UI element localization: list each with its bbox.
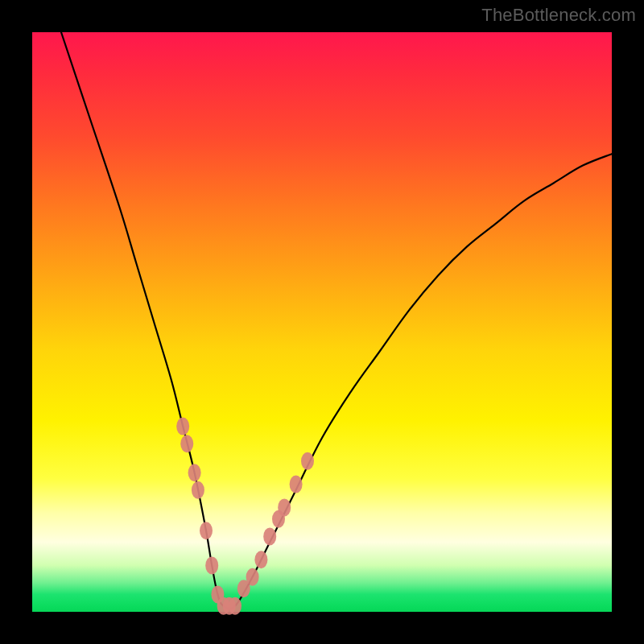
marker-group [176, 418, 314, 615]
marker-point [200, 522, 213, 539]
marker-point [205, 556, 218, 574]
plot-area [32, 32, 612, 612]
marker-point [246, 568, 259, 586]
marker-point [278, 498, 291, 516]
marker-point [290, 476, 303, 493]
watermark-text: TheBottleneck.com [481, 5, 636, 26]
marker-point [263, 527, 276, 545]
marker-point [180, 435, 193, 452]
chart-frame: TheBottleneck.com [0, 0, 644, 644]
bottleneck-curve [61, 32, 612, 609]
marker-point [254, 551, 267, 568]
marker-point [192, 481, 204, 499]
marker-point [301, 452, 314, 470]
marker-point [188, 464, 201, 481]
curve-layer [32, 32, 612, 612]
marker-point [229, 597, 242, 615]
marker-point [176, 418, 189, 436]
